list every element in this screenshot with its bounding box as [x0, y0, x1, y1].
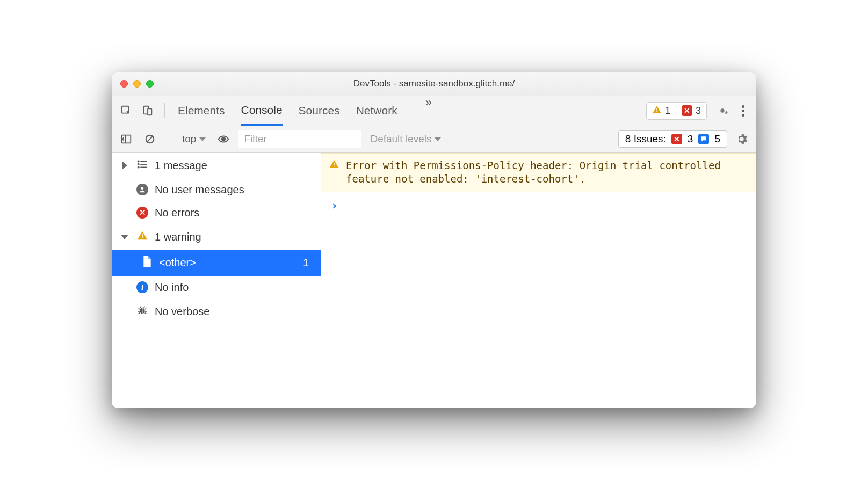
console-toolbar: top Default levels 8 Issues: ✕ 3 5 [112, 126, 756, 153]
warning-icon [136, 230, 148, 244]
context-selector[interactable]: top [179, 133, 209, 145]
settings-icon[interactable] [713, 101, 732, 120]
tab-sources[interactable]: Sources [299, 96, 340, 126]
minimize-window-button[interactable] [133, 80, 141, 88]
separator [164, 103, 165, 118]
other-count: 1 [303, 257, 313, 269]
errors-label: No errors [155, 207, 199, 219]
svg-rect-18 [142, 237, 143, 238]
svg-point-15 [138, 166, 139, 168]
other-label: <other> [159, 257, 196, 269]
sidebar-user-messages[interactable]: No user messages [112, 178, 321, 201]
console-sidebar: 1 message No user messages ✕ No errors 1… [112, 153, 321, 408]
main-toolbar: Elements Console Sources Network » 1 ✕ 3 [112, 96, 756, 126]
sidebar-warnings[interactable]: 1 warning [112, 224, 321, 250]
zoom-window-button[interactable] [146, 80, 154, 88]
svg-rect-17 [142, 234, 143, 237]
chevron-down-icon [121, 235, 128, 239]
window-title: DevTools - samesite-sandbox.glitch.me/ [112, 78, 756, 89]
sidebar-verbose[interactable]: No verbose [112, 299, 321, 324]
issues-label: 8 Issues: [625, 133, 666, 145]
clear-console-icon[interactable] [141, 130, 159, 148]
more-tabs-button[interactable]: » [425, 96, 432, 126]
close-window-button[interactable] [120, 80, 128, 88]
live-expression-icon[interactable] [214, 130, 233, 148]
svg-point-9 [221, 137, 226, 141]
filter-input[interactable] [238, 130, 361, 148]
error-icon: ✕ [671, 134, 682, 144]
svg-point-14 [138, 163, 139, 164]
error-icon: ✕ [136, 207, 148, 219]
console-output: Error with Permissions-Policy header: Or… [321, 153, 756, 408]
sidebar-messages[interactable]: 1 message [112, 153, 321, 178]
verbose-label: No verbose [155, 306, 209, 318]
main-area: 1 message No user messages ✕ No errors 1… [112, 153, 756, 408]
sidebar-errors[interactable]: ✕ No errors [112, 201, 321, 224]
toggle-sidebar-icon[interactable] [117, 130, 135, 148]
svg-rect-2 [148, 108, 151, 115]
panel-tabs: Elements Console Sources Network » [178, 96, 432, 126]
svg-rect-4 [656, 111, 657, 112]
inspect-element-icon[interactable] [117, 101, 135, 120]
levels-label: Default levels [370, 133, 431, 145]
file-icon [142, 255, 153, 271]
device-toggle-icon[interactable] [139, 101, 157, 120]
context-label: top [182, 133, 196, 145]
log-levels-selector[interactable]: Default levels [367, 133, 444, 145]
status-badges[interactable]: 1 ✕ 3 [646, 102, 707, 120]
console-settings-icon[interactable] [733, 130, 751, 148]
issues-errors-count: 3 [688, 133, 693, 145]
svg-rect-21 [334, 163, 335, 165]
issues-messages-count: 5 [714, 133, 720, 145]
message-icon [698, 134, 709, 144]
bug-icon [136, 304, 148, 319]
list-icon [136, 158, 148, 173]
separator [169, 132, 169, 147]
warnings-count: 1 [665, 105, 670, 117]
sidebar-other[interactable]: <other> 1 [112, 250, 321, 276]
chevron-down-icon [435, 137, 441, 141]
info-icon: i [136, 281, 148, 293]
chevron-right-icon [122, 162, 127, 169]
svg-rect-22 [334, 165, 335, 166]
chevron-down-icon [199, 137, 206, 141]
info-label: No info [155, 281, 189, 294]
console-warning-row[interactable]: Error with Permissions-Policy header: Or… [321, 153, 756, 192]
issues-button[interactable]: 8 Issues: ✕ 3 5 [618, 130, 727, 148]
svg-rect-3 [656, 108, 657, 110]
warning-icon [652, 105, 662, 117]
console-prompt[interactable]: › [321, 192, 756, 219]
warning-icon [329, 159, 339, 186]
svg-line-8 [147, 136, 153, 142]
errors-badge[interactable]: ✕ 3 [676, 103, 706, 119]
warnings-label: 1 warning [155, 231, 201, 243]
more-options-icon[interactable] [735, 105, 751, 117]
user-icon [136, 184, 148, 195]
tab-elements[interactable]: Elements [178, 96, 225, 126]
user-messages-label: No user messages [155, 184, 244, 196]
devtools-window: DevTools - samesite-sandbox.glitch.me/ E… [112, 72, 756, 408]
error-icon: ✕ [682, 105, 692, 116]
errors-count: 3 [696, 105, 701, 117]
tab-network[interactable]: Network [356, 96, 397, 126]
sidebar-info[interactable]: i No info [112, 276, 321, 299]
warning-text: Error with Permissions-Policy header: Or… [346, 159, 749, 186]
svg-point-16 [141, 187, 144, 190]
svg-point-13 [138, 161, 139, 162]
titlebar: DevTools - samesite-sandbox.glitch.me/ [112, 72, 756, 96]
messages-label: 1 message [155, 159, 207, 172]
traffic-lights [120, 80, 154, 88]
tab-console[interactable]: Console [241, 96, 283, 126]
warnings-badge[interactable]: 1 [647, 103, 676, 119]
